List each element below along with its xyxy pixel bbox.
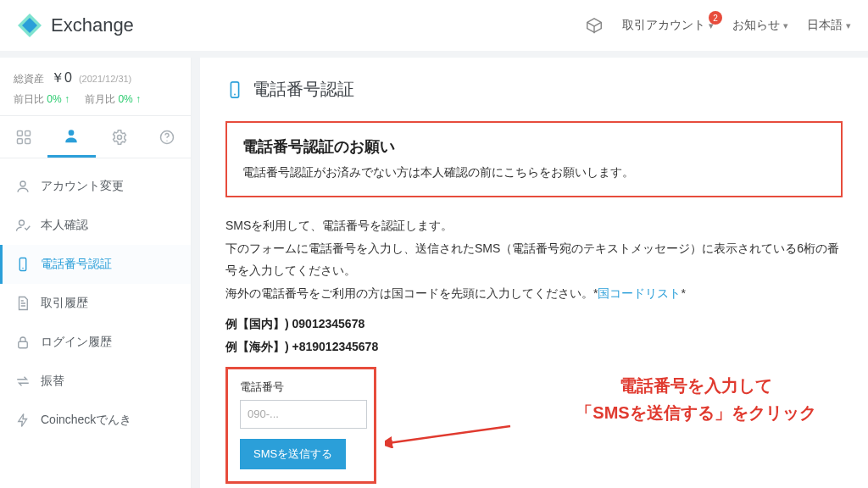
country-code-link[interactable]: 国コードリスト (598, 286, 681, 300)
sidebar-item-label: ログイン履歴 (41, 335, 112, 350)
callout-text: 電話番号を入力して 「SMSを送信する」をクリック (514, 372, 868, 426)
brand-logo-icon (17, 13, 42, 38)
svg-rect-4 (18, 138, 23, 143)
notices-menu[interactable]: お知らせ ▾ (732, 18, 788, 33)
svg-point-10 (20, 181, 25, 186)
callout-wrapper: 電話番号 SMSを送信する 電話番号を入力して 「SMSを送信する」をクリック (225, 367, 843, 484)
example-intl: 例【海外】) +819012345678 (225, 336, 843, 358)
svg-rect-14 (19, 341, 28, 348)
user-check-icon (15, 218, 31, 233)
sidebar-item-label: 振替 (41, 374, 64, 389)
dod-value: 0% ↑ (47, 93, 70, 105)
instruction-text: SMSを利用して、電話番号を認証します。 下のフォームに電話番号を入力し、送信さ… (225, 214, 843, 304)
sidebar-item-phone-verify[interactable]: 電話番号認証 (0, 245, 191, 284)
sidebar-item-login-history[interactable]: ログイン履歴 (0, 323, 191, 362)
tab-account[interactable] (47, 116, 95, 158)
phone-label: 電話番号 (240, 380, 362, 395)
notice-text: 電話番号認証がお済みでない方は本人確認の前にこちらをお願いします。 (242, 165, 826, 180)
send-sms-button[interactable]: SMSを送信する (240, 439, 346, 469)
total-assets-value: ￥0 (51, 69, 72, 87)
top-right-nav: 取引アカウント ▾ 2 お知らせ ▾ 日本語 ▾ (585, 16, 851, 35)
main-content: 電話番号認証 電話番号認証のお願い 電話番号認証がお済みでない方は本人確認の前に… (200, 58, 868, 488)
sidebar-menu: アカウント変更 本人確認 電話番号認証 取引履歴 ログイン履歴 振替 (0, 158, 191, 440)
arrow-icon (385, 423, 512, 448)
chevron-down-icon: ▾ (846, 20, 851, 31)
phone-icon (225, 80, 244, 99)
account-menu[interactable]: 取引アカウント ▾ 2 (622, 18, 714, 33)
brand-name: Exchange (51, 14, 134, 36)
svg-point-6 (69, 130, 75, 136)
svg-rect-5 (25, 138, 31, 143)
package-icon[interactable] (585, 16, 604, 35)
svg-point-7 (117, 135, 121, 139)
user-icon (63, 127, 80, 144)
sidebar-item-identity[interactable]: 本人確認 (0, 206, 191, 245)
sidebar-item-transfer[interactable]: 振替 (0, 362, 191, 401)
top-bar: Exchange 取引アカウント ▾ 2 お知らせ ▾ 日本語 ▾ (0, 0, 868, 51)
total-assets-date: (2021/12/31) (79, 74, 131, 84)
example-domestic: 例【国内】) 09012345678 (225, 313, 843, 336)
grid-icon (15, 129, 32, 146)
language-menu[interactable]: 日本語 ▾ (807, 18, 851, 33)
sidebar-item-label: アカウント変更 (41, 179, 124, 194)
assets-summary: 総資産 ￥0 (2021/12/31) 前日比 0% ↑ 前月比 0% ↑ (0, 58, 191, 116)
mom-label: 前月比 (85, 93, 115, 105)
dod-label: 前日比 (14, 93, 44, 105)
account-menu-label: 取引アカウント (622, 18, 705, 33)
lock-icon (15, 335, 31, 350)
tab-dashboard[interactable] (0, 116, 47, 158)
notification-badge: 2 (709, 11, 722, 25)
brand[interactable]: Exchange (17, 13, 134, 38)
total-assets-label: 総資産 (14, 72, 44, 86)
sidebar-item-coincheck-denki[interactable]: Coincheckでんき (0, 401, 191, 440)
svg-line-17 (388, 426, 510, 443)
svg-rect-3 (25, 130, 31, 136)
transfer-icon (15, 374, 31, 389)
tab-help[interactable] (143, 116, 191, 158)
help-icon (159, 129, 175, 146)
sidebar-item-label: 取引履歴 (41, 296, 88, 311)
page-title: 電話番号認証 (225, 78, 843, 101)
phone-form-box: 電話番号 SMSを送信する (225, 367, 376, 484)
gear-icon (111, 129, 128, 146)
notice-box: 電話番号認証のお願い 電話番号認証がお済みでない方は本人確認の前にこちらをお願い… (225, 121, 843, 197)
sidebar-item-account-change[interactable]: アカウント変更 (0, 167, 191, 206)
sidebar: 総資産 ￥0 (2021/12/31) 前日比 0% ↑ 前月比 0% ↑ (0, 58, 192, 488)
bolt-icon (15, 413, 31, 428)
phone-icon (15, 257, 31, 272)
svg-point-13 (22, 268, 24, 269)
user-outline-icon (15, 179, 31, 194)
language-menu-label: 日本語 (807, 18, 843, 33)
sidebar-item-trade-history[interactable]: 取引履歴 (0, 284, 191, 323)
svg-point-9 (166, 140, 167, 141)
sidebar-item-label: 電話番号認証 (41, 257, 112, 272)
svg-point-11 (19, 220, 25, 225)
notice-title: 電話番号認証のお願い (242, 136, 826, 157)
page-title-text: 電話番号認証 (253, 78, 354, 101)
document-icon (15, 296, 31, 311)
chevron-down-icon: ▾ (783, 20, 788, 31)
sidebar-icon-tabs (0, 116, 191, 158)
phone-input[interactable] (240, 400, 367, 429)
mom-value: 0% ↑ (118, 93, 141, 105)
sidebar-item-label: 本人確認 (41, 218, 88, 233)
sidebar-item-label: Coincheckでんき (41, 413, 131, 428)
notices-menu-label: お知らせ (732, 18, 780, 33)
svg-rect-2 (18, 130, 23, 136)
svg-point-16 (234, 93, 236, 95)
tab-settings[interactable] (96, 116, 143, 158)
